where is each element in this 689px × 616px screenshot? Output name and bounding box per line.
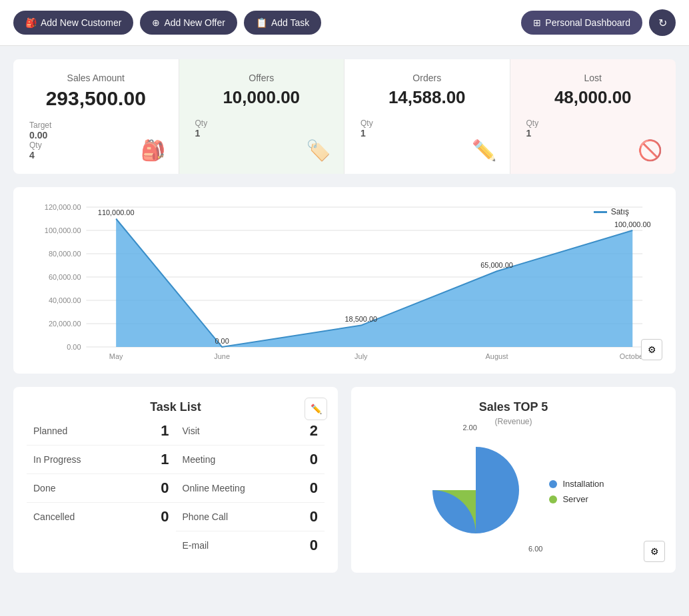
task-list-card: Task List ✏️ Planned 1 In Progress 1 Don… (13, 387, 338, 573)
svg-text:100,000.00: 100,000.00 (614, 220, 651, 228)
phone-call-label: Phone Call (183, 511, 229, 522)
chart-container: 120,000.00 100,000.00 80,000.00 60,000.0… (27, 200, 662, 360)
sales-settings-button[interactable]: ⚙ (644, 541, 665, 562)
offers-qty-label: Qty (195, 119, 208, 128)
dashboard-icon: ⊞ (533, 17, 541, 28)
task-row: Visit 2 (176, 417, 325, 446)
offers-card: Offers 10,000.00 Qty 1 🏷️ (179, 59, 345, 174)
orders-qty-label: Qty (360, 119, 373, 128)
bottom-row: Task List ✏️ Planned 1 In Progress 1 Don… (13, 387, 676, 573)
settings-icon: ⚙ (648, 344, 656, 355)
lost-qty-value: 1 (526, 128, 660, 139)
online-meeting-label: Online Meeting (183, 483, 245, 493)
sales-card: Sales Amount 293,500.00 Target 0.00 Qty … (13, 59, 179, 174)
task-status-col: Planned 1 In Progress 1 Done 0 Cancelled… (27, 417, 176, 559)
pie-legend: Installation Server (549, 479, 604, 504)
edit-icon: ✏️ (311, 404, 322, 414)
task-row: Phone Call 0 (176, 503, 325, 531)
legend-item-installation: Installation (549, 479, 604, 489)
lost-meta: Qty 1 (526, 119, 660, 139)
customer-icon: 🎒 (25, 17, 37, 28)
email-count: 0 (310, 537, 318, 554)
phone-call-count: 0 (310, 508, 318, 525)
stats-row: Sales Amount 293,500.00 Target 0.00 Qty … (13, 59, 676, 174)
add-task-label: Add Task (271, 17, 309, 28)
offer-icon: ⊕ (152, 17, 160, 28)
pie-annotation-top: 2.00 (462, 424, 476, 432)
offers-qty-value: 1 (195, 128, 329, 139)
add-task-button[interactable]: 📋 Add Task (244, 11, 321, 35)
personal-dashboard-label: Personal Dashboard (545, 17, 630, 28)
planned-label: Planned (33, 426, 67, 436)
pie-wrapper: 2.00 6.00 (422, 437, 529, 546)
planned-count: 1 (161, 422, 169, 440)
chart-settings-button[interactable]: ⚙ (641, 339, 662, 360)
chart-legend: Satış (594, 207, 629, 216)
server-dot (549, 495, 557, 503)
cancelled-count: 0 (161, 508, 169, 525)
offers-value: 10,000.00 (195, 87, 329, 108)
line-chart: 120,000.00 100,000.00 80,000.00 60,000.0… (27, 200, 662, 360)
sales-title: Sales Amount (29, 73, 163, 83)
orders-icon: ✏️ (472, 139, 496, 162)
sales-qty-label: Qty (29, 141, 42, 150)
email-label: E-mail (183, 540, 209, 551)
pie-area: 2.00 6.00 (364, 437, 662, 546)
refresh-icon: ↻ (658, 17, 667, 29)
offers-meta: Qty 1 (195, 119, 329, 139)
svg-text:20,000.00: 20,000.00 (49, 320, 81, 328)
add-offer-button[interactable]: ⊕ Add New Offer (140, 11, 237, 35)
legend-label: Satış (611, 207, 629, 216)
svg-text:60,000.00: 60,000.00 (49, 273, 81, 281)
done-count: 0 (161, 479, 169, 497)
task-grid: Planned 1 In Progress 1 Done 0 Cancelled… (27, 417, 325, 559)
svg-text:18,500.00: 18,500.00 (345, 315, 378, 323)
task-row: Planned 1 (27, 417, 176, 446)
svg-text:110,000.00: 110,000.00 (98, 208, 135, 216)
svg-text:May: May (109, 352, 123, 360)
installation-label: Installation (562, 479, 604, 489)
done-label: Done (33, 483, 55, 493)
sales-icon: 🎒 (141, 139, 165, 162)
meeting-label: Meeting (183, 454, 216, 465)
orders-title: Orders (360, 73, 494, 83)
orders-card: Orders 14,588.00 Qty 1 ✏️ (344, 59, 510, 174)
svg-text:0.00: 0.00 (215, 337, 229, 345)
task-row: Cancelled 0 (27, 503, 176, 531)
installation-dot (549, 480, 557, 488)
offers-icon: 🏷️ (306, 139, 331, 162)
legend-line (594, 211, 607, 213)
svg-text:65,000.00: 65,000.00 (480, 261, 513, 269)
lost-value: 48,000.00 (526, 87, 660, 108)
task-row: Online Meeting 0 (176, 474, 325, 503)
settings2-icon: ⚙ (650, 546, 659, 557)
inprogress-label: In Progress (33, 454, 81, 465)
task-edit-button[interactable]: ✏️ (305, 398, 327, 420)
chart-section: 120,000.00 100,000.00 80,000.00 60,000.0… (13, 187, 676, 374)
offers-title: Offers (195, 73, 329, 83)
task-icon: 📋 (256, 17, 267, 28)
orders-meta: Qty 1 (360, 119, 494, 139)
task-row: Done 0 (27, 474, 176, 503)
pie-annotation-bottom: 6.00 (528, 545, 542, 553)
online-meeting-count: 0 (310, 479, 318, 497)
orders-qty-value: 1 (360, 128, 494, 139)
add-customer-button[interactable]: 🎒 Add New Customer (13, 11, 133, 35)
svg-text:120,000.00: 120,000.00 (45, 203, 81, 211)
sales-top5-card: Sales TOP 5 (Revenue) 2.00 (351, 387, 676, 573)
lost-title: Lost (526, 73, 660, 83)
inprogress-count: 1 (161, 451, 169, 468)
personal-dashboard-button[interactable]: ⊞ Personal Dashboard (521, 11, 642, 35)
cancelled-label: Cancelled (33, 511, 75, 522)
svg-text:0.00: 0.00 (67, 343, 81, 351)
lost-icon: 🚫 (638, 139, 662, 162)
task-row: E-mail 0 (176, 531, 325, 559)
lost-qty-label: Qty (526, 119, 539, 128)
refresh-button[interactable]: ↻ (649, 9, 676, 36)
sales-top5-title: Sales TOP 5 (364, 400, 662, 414)
task-row: In Progress 1 (27, 446, 176, 474)
pie-chart-svg (422, 437, 529, 543)
visit-count: 2 (310, 422, 318, 440)
visit-label: Visit (183, 426, 200, 436)
add-customer-label: Add New Customer (41, 17, 121, 28)
